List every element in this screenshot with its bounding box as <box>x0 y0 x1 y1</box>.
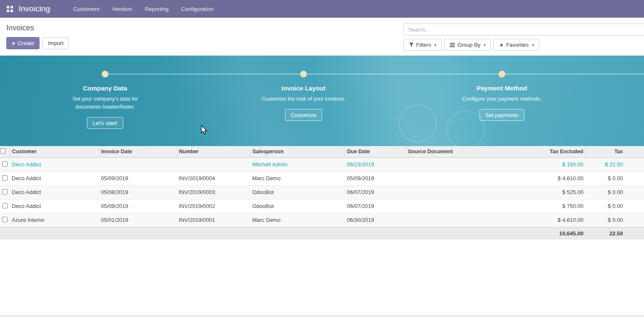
step-dot-icon <box>300 71 307 77</box>
group-by-button[interactable]: Group By ▾ <box>444 39 491 51</box>
row-checkbox-cell <box>0 185 10 199</box>
invoice-row[interactable]: Deco Addict 05/08/2019 INV/2019/0002 Odo… <box>0 199 644 213</box>
cell-due-date: 06/23/2019 <box>345 157 406 171</box>
plus-icon: + <box>12 40 15 46</box>
onboarding-step-payment-method: Payment Method Configure your payment me… <box>439 71 565 121</box>
cell-tax: $ 0.00 <box>586 199 644 213</box>
step-description: Configure your payment methods. <box>462 95 541 103</box>
cell-tax-excluded: $ 150.00 <box>513 157 586 171</box>
header-salesperson[interactable]: Salesperson <box>250 146 345 157</box>
row-checkbox[interactable] <box>2 161 8 167</box>
menu-vendors[interactable]: Vendors <box>112 6 132 12</box>
header-customer[interactable]: Customer <box>10 146 99 157</box>
menu-customers[interactable]: Customers <box>73 6 100 12</box>
customize-button[interactable]: Customize <box>285 109 322 121</box>
menu-reporting[interactable]: Reporting <box>145 6 169 12</box>
cell-customer: Deco Addict <box>10 185 99 199</box>
favorites-button[interactable]: ★ Favorites ▾ <box>494 39 539 51</box>
header-number[interactable]: Number <box>177 146 250 157</box>
step-dot-icon <box>499 71 505 77</box>
cell-customer: Deco Addict <box>10 199 99 213</box>
favorites-button-label: Favorites <box>506 42 528 48</box>
cell-tax-excluded: $ 750.00 <box>513 199 586 213</box>
cell-source-document <box>406 213 513 227</box>
cell-tax-excluded: $ 4,610.00 <box>513 213 586 227</box>
row-checkbox[interactable] <box>2 203 8 208</box>
cell-source-document <box>406 157 513 171</box>
step-description: Set your company's data for documents he… <box>62 95 148 111</box>
row-checkbox-cell <box>0 171 10 185</box>
cell-customer: Deco Addict <box>10 157 99 171</box>
row-checkbox[interactable] <box>2 189 8 194</box>
horizontal-scrollbar[interactable] <box>0 315 644 317</box>
step-description: Customize the look of your invoices. <box>261 95 346 103</box>
cell-invoice-date: 05/09/2019 <box>99 171 177 185</box>
header-tax[interactable]: Tax <box>586 146 644 157</box>
app-brand[interactable]: Invoicing <box>18 4 50 13</box>
cell-tax: $ 0.00 <box>586 185 644 199</box>
cell-due-date: 06/07/2019 <box>345 199 406 213</box>
row-checkbox-cell <box>0 157 10 171</box>
filters-button-label: Filters <box>416 42 431 48</box>
invoice-row[interactable]: Azure Interior 05/01/2019 INV/2019/0001 … <box>0 213 644 227</box>
select-all-checkbox[interactable] <box>0 148 5 154</box>
row-checkbox[interactable] <box>2 175 8 181</box>
row-checkbox-cell <box>0 199 10 213</box>
cell-salesperson: Mitchell Admin <box>250 157 345 171</box>
filter-funnel-icon <box>409 43 414 47</box>
cell-number: INV/2019/0003 <box>177 185 250 199</box>
cell-tax: $ 22.50 <box>586 157 644 171</box>
cell-due-date: 06/30/2019 <box>345 213 406 227</box>
cell-salesperson: OdooBot <box>250 185 345 199</box>
invoice-row[interactable]: Deco Addict Mitchell Admin 06/23/2019 $ … <box>0 157 644 171</box>
group-by-bars-icon <box>450 43 455 47</box>
list-header-row: Customer Invoice Date Number Salesperson… <box>0 146 644 157</box>
top-navbar: Invoicing Customers Vendors Reporting Co… <box>0 0 644 18</box>
total-tax-excluded: 10,645.00 <box>513 227 586 240</box>
create-button[interactable]: + Create <box>6 37 40 49</box>
apps-grid-icon[interactable] <box>4 6 15 12</box>
cell-number: INV/2019/0001 <box>177 213 250 227</box>
step-title: Invoice Layout <box>281 85 325 92</box>
caret-down-icon: ▾ <box>484 43 486 47</box>
cell-source-document <box>406 185 513 199</box>
cell-source-document <box>406 171 513 185</box>
invoice-row[interactable]: Deco Addict 05/09/2019 INV/2019/0004 Mar… <box>0 171 644 185</box>
cell-due-date: 06/07/2019 <box>345 185 406 199</box>
header-due-date[interactable]: Due Date <box>345 146 406 157</box>
apps-grid-icon-svg <box>7 6 13 12</box>
cell-due-date: 05/09/2019 <box>345 171 406 185</box>
total-tax: 22.50 <box>586 227 644 240</box>
group-by-button-label: Group By <box>457 42 480 48</box>
menu-configuration[interactable]: Configuration <box>181 6 214 12</box>
set-payments-button[interactable]: Set payments <box>480 109 524 121</box>
lets-start-button[interactable]: Let's start! <box>87 117 123 129</box>
control-panel: Invoices + Create Import Filters ▾ <box>0 18 644 56</box>
cell-salesperson: OdooBot <box>250 199 345 213</box>
cell-customer: Azure Interior <box>10 213 99 227</box>
onboarding-banner: Company Data Set your company's data for… <box>0 56 644 146</box>
cell-tax: $ 0.00 <box>586 213 644 227</box>
import-button[interactable]: Import <box>42 37 69 49</box>
top-menu: Customers Vendors Reporting Configuratio… <box>73 6 214 12</box>
header-tax-excluded[interactable]: Tax Excluded <box>513 146 586 157</box>
onboarding-step-invoice-layout: Invoice Layout Customize the look of you… <box>240 71 367 121</box>
row-checkbox[interactable] <box>2 217 8 222</box>
search-input[interactable] <box>404 24 644 36</box>
select-all-cell <box>0 146 10 157</box>
header-source-document[interactable]: Source Document <box>406 146 513 157</box>
cell-number <box>177 157 250 171</box>
cell-customer: Deco Addict <box>10 171 99 185</box>
cell-source-document <box>406 199 513 213</box>
cell-number: INV/2019/0002 <box>177 199 250 213</box>
caret-down-icon: ▾ <box>532 43 534 47</box>
header-invoice-date[interactable]: Invoice Date <box>99 146 177 157</box>
banner-decoration <box>399 104 437 143</box>
page-title: Invoices <box>6 24 404 32</box>
invoice-row[interactable]: Deco Addict 05/08/2019 INV/2019/0003 Odo… <box>0 185 644 199</box>
cell-number: INV/2019/0004 <box>177 171 250 185</box>
star-icon: ★ <box>499 42 504 48</box>
cell-salesperson: Marc Demo <box>250 171 345 185</box>
import-button-label: Import <box>48 40 63 46</box>
filters-button[interactable]: Filters ▾ <box>404 39 442 51</box>
